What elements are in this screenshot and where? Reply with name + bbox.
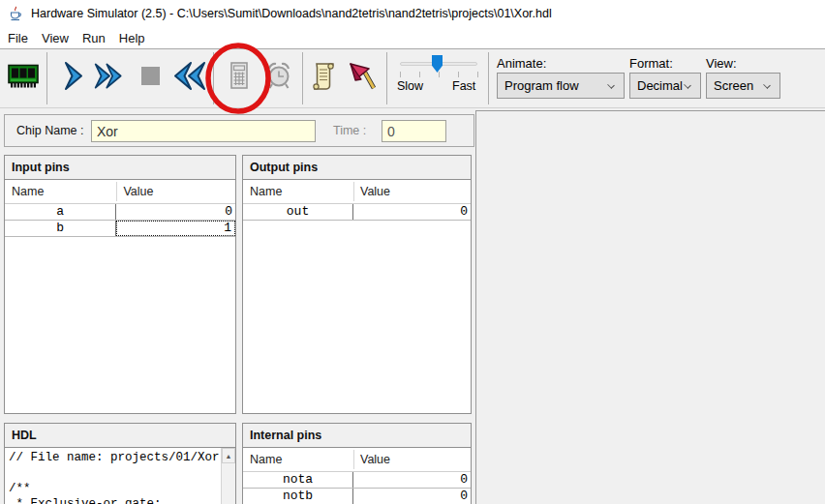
toolbar-separator bbox=[213, 52, 214, 104]
toolbar-separator bbox=[46, 52, 47, 104]
hdl-code-area: // File name: projects/01/Xor.hdl /** * … bbox=[5, 448, 235, 504]
script-icon bbox=[309, 59, 340, 94]
view-select[interactable]: Screen bbox=[706, 73, 780, 99]
output-pins-rows: out 0 bbox=[243, 204, 471, 413]
slider-tick bbox=[419, 72, 420, 77]
menu-file[interactable]: File bbox=[1, 29, 35, 47]
table-row: b 1 bbox=[5, 221, 235, 237]
menu-run[interactable]: Run bbox=[76, 29, 112, 47]
alarm-clock-icon bbox=[262, 59, 295, 94]
chevron-down-icon bbox=[607, 81, 615, 89]
column-divider bbox=[116, 182, 117, 201]
animate-label: Animate: bbox=[497, 56, 546, 71]
output-pins-title: Output pins bbox=[243, 156, 471, 180]
pin-value-cell[interactable]: 0 bbox=[353, 204, 471, 220]
column-header-name: Name bbox=[250, 453, 282, 466]
output-pins-panel: Output pins Name Value out 0 bbox=[242, 155, 472, 414]
java-icon bbox=[8, 6, 23, 22]
input-pins-title: Input pins bbox=[5, 156, 235, 180]
run-icon bbox=[93, 59, 126, 94]
code-line: // File name: projects/01/Xor.hdl bbox=[9, 450, 220, 465]
time-field[interactable] bbox=[382, 120, 446, 142]
toolbar-separator bbox=[302, 52, 303, 104]
chip-name-bar: Chip Name : Time : bbox=[4, 114, 474, 147]
speed-slider-thumb[interactable] bbox=[432, 55, 443, 73]
stop-button[interactable] bbox=[135, 59, 168, 94]
animate-select[interactable]: Program flow bbox=[497, 73, 625, 99]
chip-display-area bbox=[475, 110, 825, 504]
format-select[interactable]: Decimal bbox=[629, 73, 701, 99]
internal-pins-rows: nota 0 notb 0 bbox=[243, 472, 471, 504]
table-row: out 0 bbox=[243, 204, 471, 221]
memory-chip-icon bbox=[7, 59, 40, 94]
pin-name-cell: out bbox=[243, 204, 353, 220]
chevron-down-icon bbox=[684, 81, 691, 89]
column-header-value: Value bbox=[360, 453, 390, 466]
toolbar-separator bbox=[386, 52, 387, 104]
format-label: Format: bbox=[629, 56, 673, 71]
view-label: View: bbox=[706, 56, 737, 71]
rewind-icon bbox=[170, 59, 209, 94]
calculator-button[interactable] bbox=[223, 59, 256, 94]
time-label: Time : bbox=[333, 124, 366, 137]
code-line bbox=[9, 465, 220, 481]
pin-name-cell: b bbox=[5, 221, 116, 236]
code-line: * Exclusive-or gate: bbox=[9, 496, 220, 504]
single-step-button[interactable] bbox=[57, 59, 90, 94]
slider-tick bbox=[400, 72, 401, 77]
column-header-value: Value bbox=[360, 185, 390, 198]
format-selected-value: Decimal bbox=[637, 78, 683, 93]
column-header-value: Value bbox=[123, 185, 153, 198]
eval-icon bbox=[346, 59, 379, 94]
hdl-panel: HDL // File name: projects/01/Xor.hdl /*… bbox=[4, 423, 236, 504]
chip-name-label: Chip Name : bbox=[16, 124, 83, 137]
column-header-name: Name bbox=[250, 185, 282, 198]
table-row: a 0 bbox=[5, 204, 235, 221]
title-bar: Hardware Simulator (2.5) - C:\Users\Sumi… bbox=[0, 0, 825, 27]
hdl-scrollbar[interactable]: ▲ bbox=[221, 448, 235, 504]
pin-value-cell[interactable]: 0 bbox=[353, 472, 471, 488]
rewind-button[interactable] bbox=[170, 59, 209, 94]
clock-button[interactable] bbox=[262, 59, 295, 94]
animate-selected-value: Program flow bbox=[504, 78, 579, 93]
input-pins-panel: Input pins Name Value a 0 b 1 bbox=[4, 155, 236, 414]
menu-view[interactable]: View bbox=[35, 29, 76, 47]
internal-pins-title: Internal pins bbox=[243, 424, 471, 448]
column-header-name: Name bbox=[12, 185, 44, 198]
hdl-title: HDL bbox=[5, 424, 235, 448]
toolbar: Slow Fast Animate: Program flow Format: … bbox=[0, 48, 825, 108]
window-title: Hardware Simulator (2.5) - C:\Users\Sumi… bbox=[31, 7, 552, 20]
menu-bar: File View Run Help bbox=[0, 27, 825, 48]
view-selected-value: Screen bbox=[714, 78, 753, 93]
hdl-code: // File name: projects/01/Xor.hdl /** * … bbox=[9, 450, 220, 504]
eval-button[interactable] bbox=[346, 59, 379, 94]
scroll-up-icon[interactable]: ▲ bbox=[222, 448, 235, 463]
pin-value-cell[interactable]: 0 bbox=[353, 489, 471, 504]
run-button[interactable] bbox=[93, 59, 126, 94]
chip-name-field[interactable] bbox=[91, 120, 316, 142]
stop-icon bbox=[135, 59, 168, 94]
slider-fast-label: Fast bbox=[452, 79, 475, 93]
menu-help[interactable]: Help bbox=[112, 29, 152, 47]
output-pins-table-header: Name Value bbox=[243, 180, 471, 204]
pin-value-cell[interactable]: 0 bbox=[116, 204, 235, 220]
load-chip-button[interactable] bbox=[7, 59, 40, 94]
script-button[interactable] bbox=[309, 59, 340, 94]
internal-pins-panel: Internal pins Name Value nota 0 notb 0 bbox=[242, 423, 472, 504]
internal-pins-table-header: Name Value bbox=[243, 448, 471, 472]
pin-value-cell-focused[interactable]: 1 bbox=[116, 221, 235, 236]
hardware-simulator-window: Hardware Simulator (2.5) - C:\Users\Sumi… bbox=[0, 0, 825, 504]
input-pins-table-header: Name Value bbox=[5, 180, 235, 204]
slider-tick bbox=[458, 72, 459, 77]
code-line: /** bbox=[9, 481, 220, 496]
input-pins-rows: a 0 b 1 bbox=[5, 204, 235, 413]
chevron-down-icon bbox=[763, 81, 771, 89]
column-divider bbox=[353, 182, 354, 201]
slider-tick bbox=[477, 72, 478, 77]
pin-name-cell: nota bbox=[243, 472, 353, 488]
table-row: notb 0 bbox=[243, 489, 471, 504]
table-row: nota 0 bbox=[243, 472, 471, 489]
calculator-icon bbox=[223, 59, 256, 94]
column-divider bbox=[353, 450, 354, 469]
toolbar-separator bbox=[488, 52, 489, 104]
